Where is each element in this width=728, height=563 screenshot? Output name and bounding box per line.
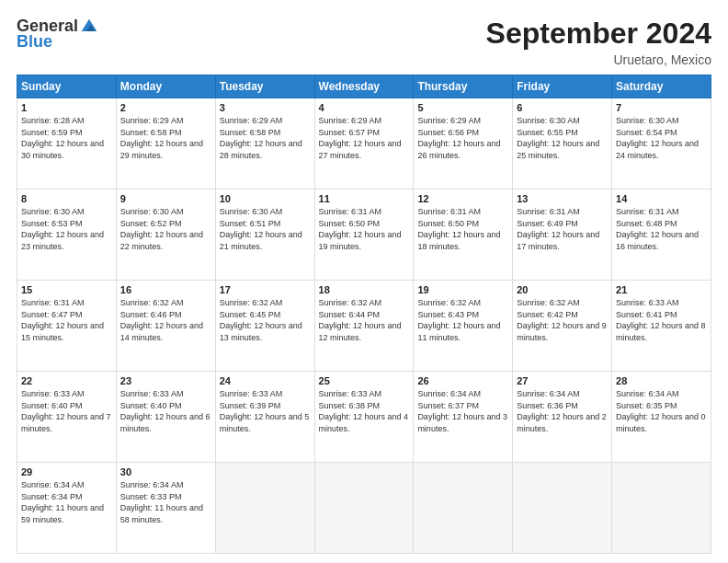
day-cell-empty-3 [414,463,513,554]
logo: General Blue [17,17,98,52]
day-cell-18: 18 Sunrise: 6:32 AMSunset: 6:44 PMDaylig… [314,281,414,372]
day-cell-10: 10 Sunrise: 6:30 AMSunset: 6:51 PMDaylig… [215,190,314,281]
day-cell-26: 26 Sunrise: 6:34 AMSunset: 6:37 PMDaylig… [414,372,513,463]
day-cell-29: 29 Sunrise: 6:34 AMSunset: 6:34 PMDaylig… [17,463,117,554]
header-saturday: Saturday [612,75,711,98]
header-sunday: Sunday [17,75,117,98]
title-block: September 2024 Uruetaro, Mexico [486,17,711,67]
day-cell-14: 14 Sunrise: 6:31 AMSunset: 6:48 PMDaylig… [612,190,711,281]
day-cell-empty-4 [513,463,612,554]
day-cell-27: 27 Sunrise: 6:34 AMSunset: 6:36 PMDaylig… [513,372,612,463]
day-cell-11: 11 Sunrise: 6:31 AMSunset: 6:50 PMDaylig… [314,190,414,281]
header: General Blue September 2024 Uruetaro, Me… [17,17,711,67]
header-friday: Friday [513,75,612,98]
day-cell-7: 7 Sunrise: 6:30 AMSunset: 6:54 PMDayligh… [612,98,711,190]
day-cell-6: 6 Sunrise: 6:30 AMSunset: 6:55 PMDayligh… [513,98,612,190]
calendar-page: General Blue September 2024 Uruetaro, Me… [0,0,728,563]
day-cell-28: 28 Sunrise: 6:34 AMSunset: 6:35 PMDaylig… [612,372,711,463]
header-tuesday: Tuesday [215,75,314,98]
logo-blue-text: Blue [17,32,52,52]
calendar-header-row: Sunday Monday Tuesday Wednesday Thursday… [17,75,711,98]
day-cell-17: 17 Sunrise: 6:32 AMSunset: 6:45 PMDaylig… [215,281,314,372]
day-cell-24: 24 Sunrise: 6:33 AMSunset: 6:39 PMDaylig… [215,372,314,463]
month-title: September 2024 [486,17,711,51]
day-cell-20: 20 Sunrise: 6:32 AMSunset: 6:42 PMDaylig… [513,281,612,372]
day-cell-19: 19 Sunrise: 6:32 AMSunset: 6:43 PMDaylig… [414,281,513,372]
day-cell-8: 8 Sunrise: 6:30 AMSunset: 6:53 PMDayligh… [17,190,117,281]
header-monday: Monday [116,75,215,98]
day-cell-1: 1 Sunrise: 6:28 AMSunset: 6:59 PMDayligh… [17,98,117,190]
day-cell-22: 22 Sunrise: 6:33 AMSunset: 6:40 PMDaylig… [17,372,117,463]
day-cell-25: 25 Sunrise: 6:33 AMSunset: 6:38 PMDaylig… [314,372,414,463]
week-row-3: 15 Sunrise: 6:31 AMSunset: 6:47 PMDaylig… [17,281,711,372]
header-thursday: Thursday [414,75,513,98]
week-row-2: 8 Sunrise: 6:30 AMSunset: 6:53 PMDayligh… [17,190,711,281]
day-cell-13: 13 Sunrise: 6:31 AMSunset: 6:49 PMDaylig… [513,190,612,281]
week-row-5: 29 Sunrise: 6:34 AMSunset: 6:34 PMDaylig… [17,463,711,554]
week-row-4: 22 Sunrise: 6:33 AMSunset: 6:40 PMDaylig… [17,372,711,463]
day-cell-12: 12 Sunrise: 6:31 AMSunset: 6:50 PMDaylig… [414,190,513,281]
day-cell-empty-5 [612,463,711,554]
day-cell-15: 15 Sunrise: 6:31 AMSunset: 6:47 PMDaylig… [17,281,117,372]
day-cell-16: 16 Sunrise: 6:32 AMSunset: 6:46 PMDaylig… [116,281,215,372]
calendar-table: Sunday Monday Tuesday Wednesday Thursday… [17,75,711,554]
day-cell-empty-2 [314,463,414,554]
day-cell-21: 21 Sunrise: 6:33 AMSunset: 6:41 PMDaylig… [612,281,711,372]
day-cell-4: 4 Sunrise: 6:29 AMSunset: 6:57 PMDayligh… [314,98,414,190]
location: Uruetaro, Mexico [486,52,711,67]
day-cell-30: 30 Sunrise: 6:34 AMSunset: 6:33 PMDaylig… [116,463,215,554]
header-wednesday: Wednesday [314,75,414,98]
day-cell-empty-1 [215,463,314,554]
day-cell-9: 9 Sunrise: 6:30 AMSunset: 6:52 PMDayligh… [116,190,215,281]
day-cell-5: 5 Sunrise: 6:29 AMSunset: 6:56 PMDayligh… [414,98,513,190]
week-row-1: 1 Sunrise: 6:28 AMSunset: 6:59 PMDayligh… [17,98,711,190]
day-cell-23: 23 Sunrise: 6:33 AMSunset: 6:40 PMDaylig… [116,372,215,463]
logo-icon [80,17,98,36]
day-cell-3: 3 Sunrise: 6:29 AMSunset: 6:58 PMDayligh… [215,98,314,190]
day-cell-2: 2 Sunrise: 6:29 AMSunset: 6:58 PMDayligh… [116,98,215,190]
